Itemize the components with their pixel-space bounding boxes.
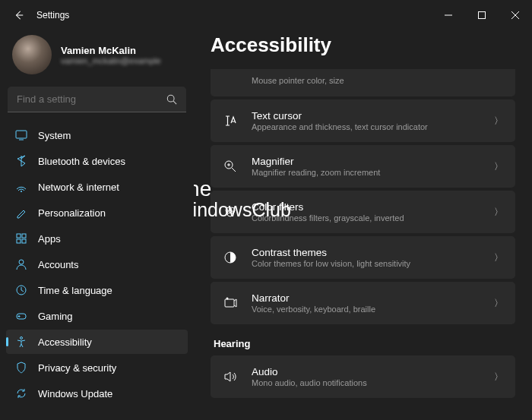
card-magnifier[interactable]: Magnifier Magnifier reading, zoom increm… [211, 145, 515, 188]
svg-point-1 [167, 95, 174, 102]
audio-icon [223, 369, 238, 384]
card-title: Text cursor [252, 110, 480, 122]
mouse-pointer-icon [223, 72, 238, 87]
sidebar-item-privacy[interactable]: Privacy & security [6, 355, 188, 380]
chevron-right-icon: 〉 [494, 297, 503, 310]
maximize-icon [478, 11, 486, 19]
svg-point-8 [19, 260, 24, 264]
sidebar-item-label: Gaming [38, 311, 73, 322]
text-cursor-icon [223, 113, 238, 128]
card-desc: Color themes for low vision, light sensi… [252, 259, 480, 268]
card-mouse-pointer[interactable]: Mouse pointer color, size [211, 69, 515, 96]
search-icon [166, 94, 177, 105]
chevron-right-icon: 〉 [494, 251, 503, 264]
chevron-right-icon: 〉 [494, 206, 503, 219]
nav-list: System Bluetooth & devices Network & int… [6, 123, 188, 420]
sidebar-item-label: Time & language [38, 285, 112, 296]
minimize-icon [445, 11, 452, 19]
sidebar-item-label: Network & internet [38, 182, 119, 193]
main-content: Accessibility Mouse pointer color, size … [194, 30, 532, 420]
svg-rect-17 [225, 299, 234, 307]
section-hearing: Hearing [214, 338, 512, 349]
svg-point-3 [21, 191, 22, 192]
svg-rect-4 [17, 234, 21, 238]
sidebar-item-label: Accessibility [38, 336, 92, 348]
sidebar-item-label: Accounts [38, 259, 78, 270]
apps-icon [15, 232, 27, 245]
contrast-icon [223, 250, 238, 265]
sidebar-item-system[interactable]: System [6, 123, 188, 147]
maximize-button[interactable] [465, 0, 499, 30]
sidebar-item-label: System [38, 130, 71, 141]
sidebar-item-time[interactable]: Time & language [6, 278, 188, 302]
profile-email: vamien_mckalin@example [61, 56, 161, 65]
chevron-right-icon: 〉 [494, 371, 503, 384]
bluetooth-icon [15, 155, 27, 167]
shield-icon [15, 362, 27, 374]
card-desc: Voice, verbosity, keyboard, braille [252, 305, 480, 314]
sidebar-item-update[interactable]: Windows Update [6, 381, 188, 406]
card-contrast-themes[interactable]: Contrast themes Color themes for low vis… [211, 236, 515, 279]
card-desc: Colorblindness filters, grayscale, inver… [252, 213, 480, 223]
search-box [8, 87, 186, 112]
sidebar-item-label: Privacy & security [38, 362, 116, 374]
sidebar-item-network[interactable]: Network & internet [6, 175, 188, 199]
sidebar-item-apps[interactable]: Apps [6, 226, 188, 251]
card-desc: Mouse pointer color, size [252, 76, 489, 85]
system-icon [15, 129, 27, 141]
sidebar-item-personalization[interactable]: Personalization [6, 201, 188, 225]
gaming-icon [15, 310, 27, 322]
svg-rect-7 [22, 239, 26, 243]
card-text-cursor[interactable]: Text cursor Appearance and thickness, te… [211, 99, 515, 142]
svg-rect-5 [22, 234, 26, 238]
sidebar-item-bluetooth[interactable]: Bluetooth & devices [6, 149, 188, 173]
profile-block[interactable]: Vamien McKalin vamien_mckalin@example [6, 30, 188, 87]
sidebar-item-label: Bluetooth & devices [38, 156, 125, 167]
card-title: Magnifier [252, 156, 480, 167]
avatar [12, 35, 52, 74]
search-input[interactable] [8, 87, 186, 112]
sidebar-item-label: Apps [38, 233, 61, 245]
time-icon [15, 284, 27, 296]
chevron-right-icon: 〉 [494, 115, 503, 128]
update-icon [15, 387, 27, 399]
titlebar: Settings [0, 0, 532, 30]
sidebar-item-label: Windows Update [38, 388, 112, 399]
app-title: Settings [36, 10, 69, 21]
close-icon [511, 11, 519, 19]
sidebar-item-accessibility[interactable]: Accessibility [6, 330, 188, 354]
svg-point-11 [21, 337, 23, 339]
back-button[interactable] [8, 10, 30, 21]
accessibility-icon [15, 336, 27, 348]
svg-point-18 [226, 298, 229, 300]
sidebar-item-gaming[interactable]: Gaming [6, 304, 188, 328]
back-arrow-icon [14, 10, 24, 21]
minimize-button[interactable] [432, 0, 465, 30]
card-title: Audio [252, 366, 480, 377]
sidebar-item-accounts[interactable]: Accounts [6, 252, 188, 276]
svg-rect-0 [479, 12, 486, 19]
sidebar-item-label: Personalization [38, 207, 106, 219]
accounts-icon [15, 258, 27, 270]
network-icon [15, 181, 27, 193]
sidebar: Vamien McKalin vamien_mckalin@example Sy… [0, 30, 194, 420]
card-title: Narrator [252, 292, 480, 304]
page-title: Accessibility [211, 33, 515, 57]
card-title: Contrast themes [252, 247, 480, 258]
chevron-right-icon: 〉 [494, 160, 503, 173]
color-filters-icon [223, 204, 238, 219]
magnifier-icon [223, 159, 238, 174]
profile-name: Vamien McKalin [61, 45, 161, 56]
card-desc: Appearance and thickness, text cursor in… [252, 122, 480, 131]
personalization-icon [15, 207, 27, 219]
card-color-filters[interactable]: Color filters Colorblindness filters, gr… [211, 191, 515, 233]
svg-rect-6 [17, 239, 21, 243]
narrator-icon [223, 295, 238, 311]
card-desc: Mono audio, audio notifications [252, 378, 480, 387]
card-desc: Magnifier reading, zoom increment [252, 168, 480, 177]
close-button[interactable] [499, 0, 532, 30]
card-audio[interactable]: Audio Mono audio, audio notifications 〉 [211, 355, 515, 398]
card-narrator[interactable]: Narrator Voice, verbosity, keyboard, bra… [211, 282, 515, 324]
card-title: Color filters [252, 201, 480, 213]
svg-rect-2 [16, 131, 27, 138]
